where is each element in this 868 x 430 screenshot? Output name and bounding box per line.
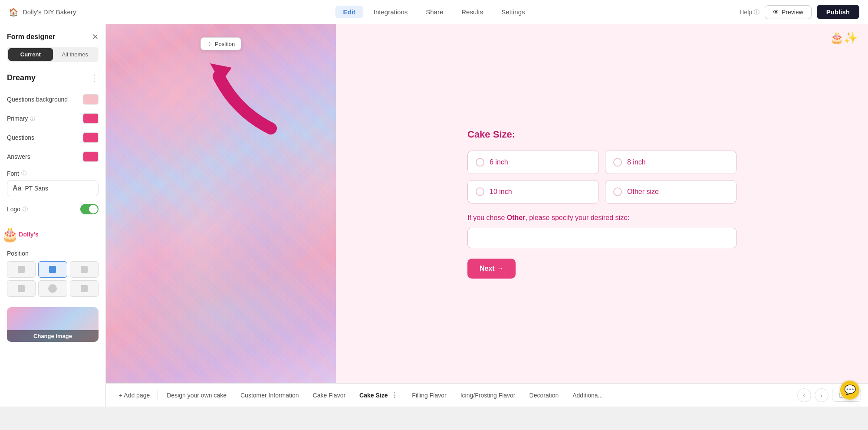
- all-themes-button[interactable]: All themes: [53, 48, 98, 61]
- sidebar-header: Form designer ✕: [0, 24, 105, 47]
- help-button[interactable]: Help ⓘ: [740, 8, 760, 16]
- font-selector[interactable]: Aa PT Sans: [7, 181, 99, 196]
- pos-top-center[interactable]: [38, 261, 67, 278]
- position-grid-top: [7, 261, 99, 278]
- option-other[interactable]: Other size: [605, 180, 736, 204]
- tab-cake-size[interactable]: Cake Size ⋮: [352, 388, 405, 402]
- logo-text: Dolly's: [19, 231, 38, 238]
- sidebar-title: Form designer: [7, 33, 55, 41]
- current-theme-button[interactable]: Current: [8, 48, 53, 61]
- answers-setting: Answers: [0, 147, 105, 166]
- theme-toggle: Current All themes: [7, 47, 99, 62]
- chat-bubble[interactable]: 💬: [840, 381, 859, 400]
- tab-options-icon[interactable]: ⋮: [391, 391, 398, 399]
- image-panel: ⊹ Position: [106, 24, 336, 383]
- form-inner: Cake Size: 6 inch 8 inch 10 inch: [467, 129, 736, 279]
- pos-indicator: [49, 266, 56, 273]
- options-grid: 6 inch 8 inch 10 inch Other size: [467, 151, 736, 204]
- publish-button[interactable]: Publish: [817, 5, 859, 19]
- site-name: Dolly's DIY Bakery: [23, 8, 76, 16]
- form-logo[interactable]: 🎂✨: [830, 31, 858, 45]
- option-8inch-label: 8 inch: [627, 158, 646, 166]
- radio-6inch[interactable]: [476, 158, 484, 167]
- main-layout: Form designer ✕ Current All themes Dream…: [0, 24, 868, 407]
- option-6inch-label: 6 inch: [490, 158, 508, 166]
- move-icon: ⊹: [207, 40, 212, 47]
- logo-toggle[interactable]: [80, 204, 99, 214]
- toggle-knob: [89, 205, 98, 213]
- other-size-input[interactable]: [467, 228, 736, 248]
- next-button[interactable]: Next →: [467, 259, 516, 279]
- tab-filling-flavor[interactable]: Filling Flavor: [405, 389, 453, 401]
- logo-setting: Logo ⓘ: [0, 200, 105, 219]
- image-background: [106, 24, 336, 383]
- pos-bottom-left[interactable]: [7, 280, 36, 297]
- next-arrow-button[interactable]: ›: [815, 388, 829, 402]
- font-aa-label: Aa: [13, 184, 21, 192]
- tab-settings[interactable]: Settings: [493, 6, 533, 18]
- change-image-label: Change image: [7, 330, 99, 342]
- radio-8inch[interactable]: [613, 158, 622, 167]
- theme-options-icon[interactable]: ⋮: [90, 72, 99, 83]
- canvas-content: ⊹ Position: [106, 24, 868, 383]
- tab-share[interactable]: Share: [418, 6, 451, 18]
- pos-indicator: [81, 285, 88, 292]
- tab-customer-info[interactable]: Customer Information: [233, 389, 306, 401]
- close-icon[interactable]: ✕: [92, 32, 99, 42]
- pos-top-left[interactable]: [7, 261, 36, 278]
- add-page-button[interactable]: + Add page: [113, 389, 156, 401]
- font-value: PT Sans: [25, 185, 48, 192]
- option-6inch[interactable]: 6 inch: [467, 151, 599, 174]
- swirl-texture: [106, 24, 336, 383]
- tab-edit[interactable]: Edit: [335, 6, 363, 18]
- tab-results[interactable]: Results: [454, 6, 491, 18]
- pos-bottom-center[interactable]: [38, 280, 67, 297]
- questions-setting: Questions: [0, 128, 105, 147]
- font-label: Font ⓘ: [7, 170, 99, 177]
- pos-indicator: [81, 266, 88, 273]
- logo-preview-row: 🎂 Dolly's: [0, 219, 105, 246]
- question-title: Cake Size:: [467, 129, 736, 140]
- primary-color[interactable]: [83, 113, 99, 124]
- logo-preview[interactable]: 🎂 Dolly's: [7, 226, 33, 243]
- top-nav: 🏠 Dolly's DIY Bakery Edit Integrations S…: [0, 0, 868, 24]
- nav-right: Help ⓘ 👁 Preview Publish: [740, 5, 859, 19]
- answers-color[interactable]: [83, 151, 99, 162]
- help-icon: ⓘ: [754, 8, 760, 16]
- position-section: Position: [0, 246, 105, 303]
- theme-name: Dreamy: [7, 73, 36, 82]
- option-10inch[interactable]: 10 inch: [467, 180, 599, 204]
- eye-icon: 👁: [773, 9, 779, 16]
- chat-icon: 💬: [844, 384, 856, 396]
- pos-bottom-right[interactable]: [70, 280, 99, 297]
- primary-info-icon: ⓘ: [30, 115, 35, 122]
- questions-bg-setting: Questions background: [0, 90, 105, 109]
- prev-arrow-button[interactable]: ‹: [797, 388, 811, 402]
- radio-other[interactable]: [613, 187, 622, 196]
- position-tooltip[interactable]: ⊹ Position: [201, 37, 241, 50]
- radio-10inch[interactable]: [476, 187, 484, 196]
- questions-color[interactable]: [83, 132, 99, 143]
- tab-icing-frosting[interactable]: Icing/Frosting Flavor: [454, 389, 523, 401]
- sidebar: Form designer ✕ Current All themes Dream…: [0, 24, 106, 407]
- tab-cake-flavor[interactable]: Cake Flavor: [306, 389, 352, 401]
- tab-design-own-cake[interactable]: Design your own cake: [160, 389, 233, 401]
- option-10inch-label: 10 inch: [490, 188, 512, 196]
- questions-bg-label: Questions background: [7, 96, 68, 103]
- font-info-icon: ⓘ: [21, 170, 26, 177]
- questions-bg-color[interactable]: [83, 94, 99, 105]
- tab-integrations[interactable]: Integrations: [366, 6, 415, 18]
- position-label: Position: [7, 250, 99, 257]
- home-icon[interactable]: 🏠: [9, 7, 18, 17]
- nav-center: Edit Integrations Share Results Settings: [335, 6, 533, 18]
- pos-indicator: [18, 285, 25, 292]
- tab-divider: [158, 390, 158, 400]
- form-logo-emoji: 🎂✨: [830, 31, 858, 44]
- option-8inch[interactable]: 8 inch: [605, 151, 736, 174]
- change-image-box[interactable]: Change image: [7, 307, 99, 342]
- preview-button[interactable]: 👁 Preview: [765, 5, 812, 19]
- logo-info-icon: ⓘ: [23, 206, 28, 213]
- tab-additional[interactable]: Additiona...: [566, 389, 610, 401]
- tab-decoration[interactable]: Decoration: [523, 389, 566, 401]
- pos-top-right[interactable]: [70, 261, 99, 278]
